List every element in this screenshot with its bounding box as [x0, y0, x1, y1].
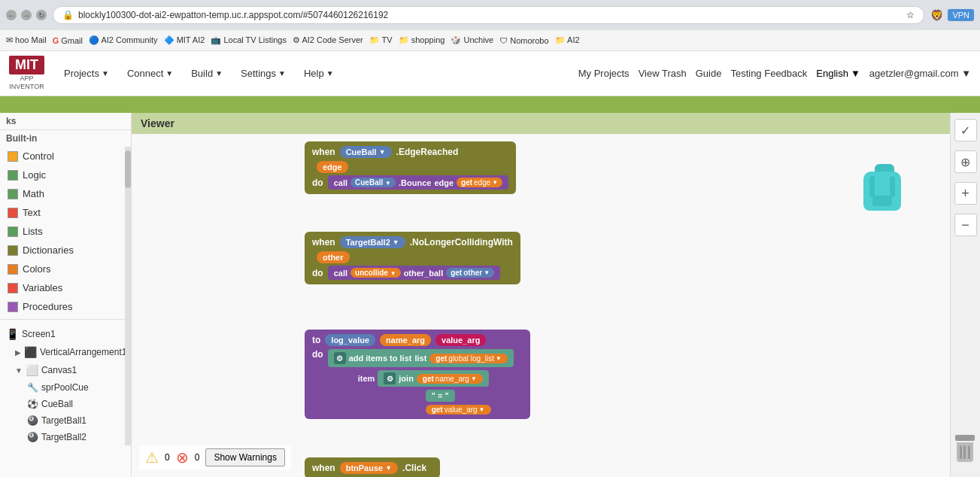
tree-targetball1[interactable]: 🎱 TargetBall1: [0, 412, 131, 429]
zoom-in-icon[interactable]: +: [954, 182, 977, 205]
user-email[interactable]: agetzler@gmail.com ▼: [869, 68, 971, 79]
view-trash-link[interactable]: View Trash: [639, 68, 687, 79]
nav-help[interactable]: Help ▼: [296, 63, 341, 84]
tree-sprpoolcue[interactable]: 🔧 sprPoolCue: [0, 379, 131, 396]
target-icon[interactable]: ⊕: [954, 150, 977, 173]
bookmark-ai2[interactable]: 📁 AI2: [555, 35, 580, 45]
nav-build[interactable]: Build ▼: [184, 63, 230, 84]
sidebar-item-lists[interactable]: Lists: [0, 222, 131, 241]
forward-button[interactable]: →: [21, 10, 32, 20]
bookmark-unchive[interactable]: 🎲 Unchive: [451, 35, 493, 45]
vpn-icon[interactable]: VPN: [948, 9, 974, 21]
builtin-label: Built-in: [0, 130, 131, 147]
backpack[interactable]: [863, 164, 905, 213]
tree-vertical-arrangement[interactable]: ▶ ⬛ VerticalArrangement1: [0, 343, 131, 361]
bookmark-ai2codeserver[interactable]: ⚙ AI2 Code Server: [293, 35, 363, 45]
bookmark-localtvlistings[interactable]: 📺 Local TV Listings: [211, 35, 287, 45]
language-selector[interactable]: English ▼: [816, 68, 860, 79]
equals-row: " = ": [328, 390, 514, 402]
call-uncollide: call uncollide ▼ other_ball get other ▼: [328, 266, 500, 280]
main-layout: ks Built-in Control Logic Math: [0, 113, 980, 477]
mit-logo: MIT APPINVENTOR: [9, 56, 44, 91]
sidebar-item-logic-label: Logic: [23, 169, 46, 181]
get-name-arg: get name_arg ▼: [417, 374, 483, 384]
param-row-2: other: [312, 251, 513, 263]
back-button[interactable]: ←: [6, 10, 17, 20]
zoom-out-icon[interactable]: −: [954, 214, 977, 236]
sprpoolcue-label: sprPoolCue: [41, 382, 89, 393]
nav-connect[interactable]: Connect ▼: [120, 63, 181, 84]
to-header: to log_value name_arg value_arg: [312, 334, 523, 346]
other-ball-label: other_ball: [404, 269, 444, 278]
sidebar-item-control[interactable]: Control: [0, 147, 131, 166]
sidebar-list: Control Logic Math Text Lists: [0, 147, 131, 445]
right-panel: ✓ ⊕ + −: [950, 113, 980, 477]
name-arg-param: name_arg: [380, 334, 431, 346]
bookmark-nomorobo[interactable]: 🛡 Nomorobo: [499, 36, 548, 45]
bookmark-ai2community[interactable]: 🔵 AI2 Community: [89, 35, 158, 45]
backpack-container: [863, 164, 905, 213]
backpack-strap-left: [869, 176, 875, 197]
cueball-label: CueBall: [41, 399, 73, 409]
sidebar-item-logic[interactable]: Logic: [0, 166, 131, 184]
tree-targetball2[interactable]: 🎱 TargetBall2: [0, 429, 131, 445]
when-label-2: when: [312, 237, 335, 248]
error-icon: ⊗: [176, 448, 189, 466]
do-row-2: do call uncollide ▼ other_ball get other…: [312, 266, 513, 280]
block-proc-log-value[interactable]: to log_value name_arg value_arg do ⚙: [305, 330, 530, 419]
when-header-1: when CueBall ▼ .EdgeReached: [312, 146, 508, 158]
error-count: 0: [195, 452, 200, 463]
variables-color-box: [8, 283, 18, 293]
bookmark-tv[interactable]: 📁 TV: [369, 35, 393, 45]
bookmark-mitai2[interactable]: 🔷 MIT AI2: [164, 35, 205, 45]
sidebar-item-dictionaries[interactable]: Dictionaries: [0, 241, 131, 260]
when-label-3: when: [312, 463, 335, 473]
vertical-arrangement-label: VerticalArrangement1: [40, 347, 126, 357]
bookmark-shopping[interactable]: 📁 shopping: [399, 35, 445, 45]
trash-icon[interactable]: [953, 435, 977, 462]
guide-link[interactable]: Guide: [696, 68, 722, 79]
item-label: item: [358, 374, 375, 383]
block-when-targetball2-nolongercolliding[interactable]: when TargetBall2 ▼ .NoLongerCollidingWit…: [305, 232, 520, 284]
testing-feedback-link[interactable]: Testing Feedback: [730, 68, 807, 79]
canvas1-label: Canvas1: [41, 365, 77, 375]
header-actions: My Projects View Trash Guide Testing Fee…: [578, 68, 971, 79]
bookmark-hoomail[interactable]: ✉ hoo Mail: [6, 35, 47, 45]
nav-projects[interactable]: Projects ▼: [56, 63, 117, 84]
sidebar-item-colors[interactable]: Colors: [0, 260, 131, 278]
do-row-3: do ⚙ add items to list list get global l…: [312, 349, 523, 415]
my-projects-link[interactable]: My Projects: [578, 68, 630, 79]
sidebar-item-procedures[interactable]: Procedures: [0, 297, 131, 316]
sidebar-item-variables-label: Variables: [23, 282, 62, 293]
sidebar-item-variables[interactable]: Variables: [0, 278, 131, 297]
ball-icon: ⚽: [27, 399, 38, 409]
tree-screen1[interactable]: 📱 Screen1: [0, 325, 131, 343]
warning-count-1: 0: [165, 452, 170, 463]
call-cueball-ref: CueBall ▼: [350, 178, 396, 187]
call-cueball-bounce: call CueBall ▼ .Bounce edge get edge ▼: [328, 175, 509, 190]
nav-settings[interactable]: Settings ▼: [233, 63, 293, 84]
blocks-canvas: when CueBall ▼ .EdgeReached edge do call…: [139, 141, 942, 469]
lists-color-box: [8, 226, 18, 237]
section-divider: [0, 319, 131, 325]
tree-canvas1[interactable]: ▼ ⬜ Canvas1: [0, 361, 131, 379]
when-header-2: when TargetBall2 ▼ .NoLongerCollidingWit…: [312, 236, 513, 248]
url-bar[interactable]: 🔒 blockly100300-dot-ai2-ewpatton-temp.uc…: [53, 6, 924, 24]
control-color-box: [8, 151, 18, 162]
sidebar-item-control-label: Control: [23, 150, 54, 162]
sidebar-item-text[interactable]: Text: [0, 203, 131, 222]
sidebar-item-dictionaries-label: Dictionaries: [23, 245, 74, 256]
scrollbar-thumb[interactable]: [125, 150, 131, 188]
show-warnings-button[interactable]: Show Warnings: [205, 448, 285, 466]
block-when-cueball-edgereached[interactable]: when CueBall ▼ .EdgeReached edge do call…: [305, 141, 516, 194]
tree-cueball[interactable]: ⚽ CueBall: [0, 396, 131, 412]
refresh-button[interactable]: ↻: [36, 10, 47, 20]
sidebar-item-procedures-label: Procedures: [23, 301, 72, 312]
viewer-content[interactable]: when CueBall ▼ .EdgeReached edge do call…: [132, 134, 950, 477]
sidebar-item-math[interactable]: Math: [0, 184, 131, 203]
checkmark-icon[interactable]: ✓: [954, 119, 977, 141]
equals-string: " = ": [426, 390, 455, 402]
bookmark-gmail[interactable]: G Gmail: [53, 36, 83, 45]
block-when-btnpause-click[interactable]: when btnPause ▼ .Click: [305, 457, 440, 477]
join-gear-icon: ⚙: [384, 372, 396, 384]
